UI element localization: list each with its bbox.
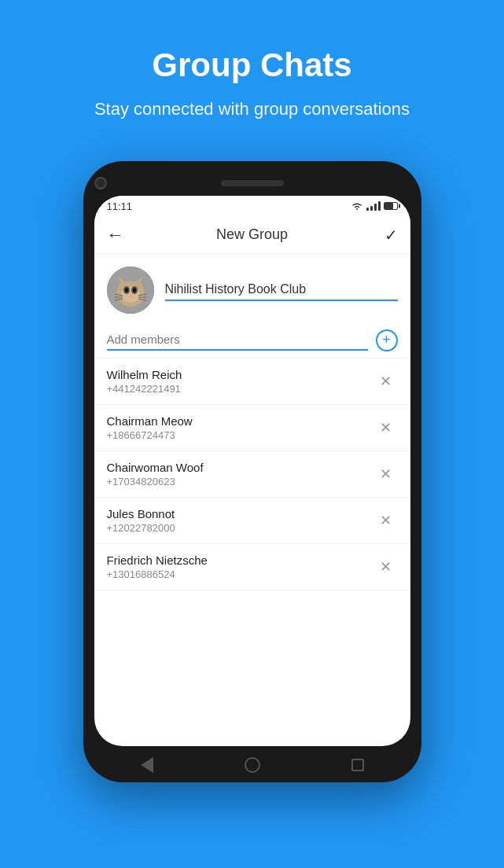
list-item: Jules Bonnot +12022782000 ✕: [94, 498, 410, 544]
hero-section: Group Chats Stay connected with group co…: [0, 0, 504, 145]
group-name-field[interactable]: [165, 279, 398, 301]
member-name: Wilhelm Reich: [107, 368, 374, 381]
battery-icon: [384, 202, 398, 210]
member-info: Friedrich Nietzsche +13016886524: [107, 554, 374, 580]
group-avatar-image: [107, 267, 154, 314]
member-info: Chairman Meow +18666724473: [107, 414, 374, 441]
phone-screen: 11:11: [94, 196, 410, 746]
svg-point-10: [133, 288, 136, 292]
member-info: Chairwoman Woof +17034820623: [107, 461, 374, 487]
list-item: Chairman Meow +18666724473 ✕: [94, 405, 410, 451]
list-item: Chairwoman Woof +17034820623 ✕: [94, 451, 410, 498]
phone-camera: [94, 177, 107, 189]
hero-title: Group Chats: [31, 47, 473, 83]
confirm-button[interactable]: ✓: [374, 226, 398, 245]
member-info: Jules Bonnot +12022782000: [107, 507, 374, 534]
member-phone: +18666724473: [107, 429, 374, 441]
hero-subtitle: Stay connected with group conversations: [31, 97, 473, 122]
spacer: [398, 177, 410, 189]
app-toolbar: ← New Group ✓: [94, 217, 410, 254]
member-name: Friedrich Nietzsche: [107, 554, 374, 567]
recents-square-icon: [351, 759, 364, 771]
phone-mockup: 11:11: [83, 161, 421, 782]
phone-outer: 11:11: [83, 161, 421, 782]
member-name: Chairman Meow: [107, 414, 374, 428]
add-members-input[interactable]: [107, 329, 368, 351]
remove-member-button[interactable]: ✕: [374, 370, 398, 393]
group-avatar[interactable]: [107, 267, 154, 314]
members-list: Wilhelm Reich +441242221491 ✕ Chairman M…: [94, 359, 410, 746]
remove-member-button[interactable]: ✕: [374, 509, 398, 532]
group-name-section: [94, 254, 410, 323]
remove-member-button[interactable]: ✕: [374, 416, 398, 440]
remove-member-button[interactable]: ✕: [374, 462, 398, 486]
add-members-button[interactable]: +: [376, 329, 398, 351]
member-phone: +12022782000: [107, 522, 374, 534]
member-name: Chairwoman Woof: [107, 461, 374, 474]
status-bar: 11:11: [94, 196, 410, 217]
back-button[interactable]: ←: [107, 225, 131, 245]
list-item: Wilhelm Reich +441242221491 ✕: [94, 359, 410, 405]
back-triangle-icon: [141, 757, 153, 773]
member-phone: +17034820623: [107, 476, 374, 487]
member-info: Wilhelm Reich +441242221491: [107, 368, 374, 395]
home-circle-icon: [245, 757, 260, 773]
member-phone: +441242221491: [107, 383, 374, 395]
avatar-svg: [107, 267, 154, 314]
member-phone: +13016886524: [107, 568, 374, 580]
back-nav-button[interactable]: [138, 756, 156, 774]
status-time: 11:11: [107, 200, 133, 212]
member-name: Jules Bonnot: [107, 507, 374, 520]
phone-speaker: [221, 180, 284, 186]
toolbar-title: New Group: [131, 226, 374, 243]
svg-point-11: [128, 295, 133, 298]
add-members-section: +: [94, 323, 410, 359]
wifi-icon: [351, 201, 363, 211]
phone-bottom-nav: [94, 746, 410, 781]
remove-member-button[interactable]: ✕: [374, 555, 398, 579]
home-nav-button[interactable]: [243, 756, 262, 774]
phone-top-notch: [94, 177, 410, 189]
recents-nav-button[interactable]: [348, 756, 367, 774]
group-name-input[interactable]: [165, 279, 398, 300]
svg-point-9: [125, 288, 128, 292]
list-item: Friedrich Nietzsche +13016886524 ✕: [94, 544, 410, 590]
signal-icon: [366, 201, 381, 211]
status-icons: [351, 201, 398, 211]
